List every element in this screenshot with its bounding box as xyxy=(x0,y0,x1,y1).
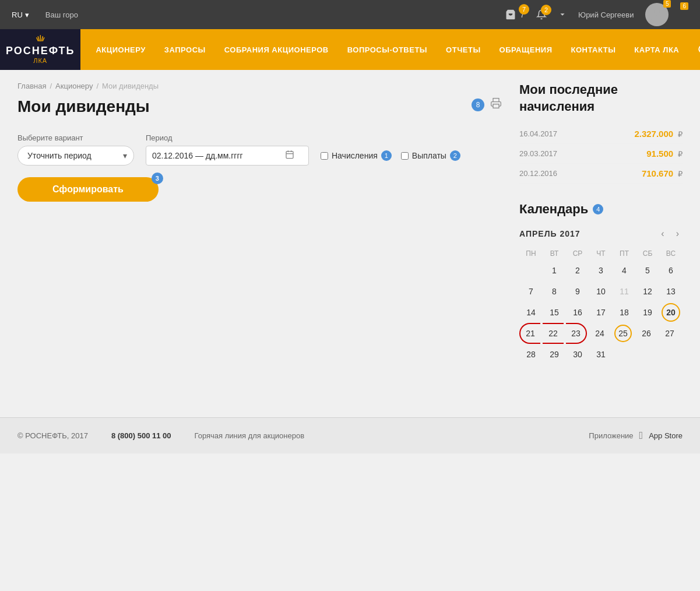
breadcrumb-parent[interactable]: Акционеру xyxy=(55,82,93,90)
variant-select[interactable]: Уточнить период xyxy=(17,146,134,166)
top-bar-right: 7 7 2 Юрий Сергееви 5 6 xyxy=(505,3,688,26)
calendar-day-cell[interactable]: 27 xyxy=(659,323,680,344)
recent-currency: ₽ xyxy=(678,130,683,139)
calendar-day-cell[interactable]: 14 xyxy=(522,303,540,322)
recent-item: 29.03.2017 91.500 ₽ xyxy=(519,144,683,164)
payments-badge: 2 xyxy=(450,150,460,161)
accruals-checkbox[interactable] xyxy=(321,152,328,160)
print-button[interactable] xyxy=(490,97,502,112)
accruals-label: Начисления xyxy=(332,151,378,160)
calendar-day-header: СР xyxy=(566,247,589,260)
nav-item-shareholders[interactable]: АКЦИОНЕРУ xyxy=(86,29,154,70)
bell-button[interactable]: 2 xyxy=(536,9,547,20)
payments-checkbox[interactable] xyxy=(401,152,409,160)
calendar-day-cell[interactable]: 7 xyxy=(522,282,540,301)
calendar-day-cell[interactable]: 8 xyxy=(545,282,564,301)
nav-item-requests[interactable]: ЗАПРОСЫ xyxy=(155,29,215,70)
search-button[interactable] xyxy=(688,29,700,70)
calendar-day-cell[interactable]: 24 xyxy=(589,323,610,344)
calendar-day-cell[interactable]: 13 xyxy=(662,282,680,301)
footer: © РОСНЕФТЬ, 2017 8 (800) 500 11 00 Горяч… xyxy=(0,417,700,453)
calendar-day-cell[interactable]: 11 xyxy=(615,282,634,301)
payments-label: Выплаты xyxy=(412,151,446,160)
calendar-day-cell[interactable]: 19 xyxy=(638,303,657,322)
cart-button[interactable]: 7 7 xyxy=(505,9,525,20)
calendar-day-cell[interactable]: 25 xyxy=(613,323,634,344)
sidebar-area: Мои последние начисления 16.04.2017 2.32… xyxy=(519,82,683,382)
calendar-day-cell[interactable]: 3 xyxy=(592,261,610,280)
page-actions: 8 xyxy=(472,97,502,112)
svg-rect-1 xyxy=(40,35,40,41)
nav-item-map[interactable]: КАРТА ЛКА xyxy=(625,29,688,70)
calendar-day-cell[interactable]: 12 xyxy=(638,282,657,301)
calendar-day-cell[interactable]: 21 xyxy=(519,323,540,344)
calendar-icon[interactable] xyxy=(285,150,294,161)
footer-app-label: Приложение xyxy=(589,431,633,440)
calendar-prev-button[interactable]: ‹ xyxy=(657,227,667,240)
nav-item-qa[interactable]: ВОПРОСЫ-ОТВЕТЫ xyxy=(338,29,437,70)
calendar-day-cell[interactable]: 9 xyxy=(568,282,587,301)
calendar-day-cell[interactable]: 20 xyxy=(662,303,680,322)
submit-label: Сформировать xyxy=(52,184,124,194)
submit-button[interactable]: Сформировать 3 xyxy=(17,177,159,202)
breadcrumb-current: Мои дивиденды xyxy=(102,82,159,90)
footer-app-store[interactable]: App Store xyxy=(649,431,683,440)
calendar-day-cell[interactable]: 31 xyxy=(592,345,610,364)
city-label: Ваш горо xyxy=(45,10,78,19)
apple-icon:  xyxy=(639,430,643,442)
calendar-day-cell[interactable]: 17 xyxy=(592,303,610,322)
calendar-day-cell[interactable]: 26 xyxy=(636,323,657,344)
breadcrumb: Главная / Акционеру / Мои дивиденды xyxy=(17,82,502,90)
recent-items-list: 16.04.2017 2.327.000 ₽ 29.03.2017 91.500… xyxy=(519,124,683,184)
svg-rect-7 xyxy=(493,104,499,108)
avatar-badge-top: 5 xyxy=(663,0,671,8)
payments-checkbox-label[interactable]: Выплаты 2 xyxy=(401,150,460,161)
calendar-day-cell[interactable]: 18 xyxy=(615,303,634,322)
accruals-checkbox-label[interactable]: Начисления 1 xyxy=(321,150,392,161)
calendar-day-cell[interactable]: 23 xyxy=(566,323,587,344)
breadcrumb-home[interactable]: Главная xyxy=(17,82,46,90)
nav-item-reports[interactable]: ОТЧЕТЫ xyxy=(437,29,490,70)
recent-amount-group: 710.670 ₽ xyxy=(642,168,683,178)
calendar-day-cell[interactable]: 1 xyxy=(545,261,564,280)
nav-item-meetings[interactable]: СОБРАНИЯ АКЦИОНЕРОВ xyxy=(215,29,338,70)
logo-area: РОСНЕФТЬ ЛКА xyxy=(0,29,80,70)
nav-item-contacts[interactable]: КОНТАКТЫ xyxy=(561,29,625,70)
accruals-badge: 1 xyxy=(381,150,392,161)
calendar-day-cell[interactable]: 29 xyxy=(545,345,564,364)
calendar-day-header: ВС xyxy=(659,247,683,260)
variant-label: Выберите вариант xyxy=(17,133,134,142)
dropdown-button[interactable] xyxy=(558,10,567,19)
top-bar: RU ▾ Ваш горо 7 7 2 Юрий Сергееви 5 6 xyxy=(0,0,700,29)
calendar-next-button[interactable]: › xyxy=(673,227,683,240)
calendar-title: Календарь xyxy=(519,201,588,218)
period-input[interactable] xyxy=(152,151,280,160)
page-badge: 8 xyxy=(472,98,484,111)
calendar-day-cell[interactable]: 2 xyxy=(568,261,587,280)
lang-selector[interactable]: RU ▾ xyxy=(12,10,29,19)
calendar-day-cell[interactable]: 6 xyxy=(662,261,680,280)
calendar-day-cell[interactable]: 16 xyxy=(568,303,587,322)
checkboxes-group: Начисления 1 Выплаты 2 xyxy=(321,150,460,166)
calendar-day-cell xyxy=(638,345,657,364)
recent-date: 16.04.2017 xyxy=(519,129,557,138)
calendar-day-cell[interactable]: 4 xyxy=(615,261,634,280)
calendar-day-cell[interactable]: 30 xyxy=(568,345,587,364)
breadcrumb-sep-2: / xyxy=(96,82,99,90)
calendar-day-cell[interactable]: 15 xyxy=(545,303,564,322)
calendar-day-cell[interactable]: 22 xyxy=(543,323,564,344)
recent-item: 20.12.2016 710.670 ₽ xyxy=(519,164,683,184)
recent-amount: 710.670 xyxy=(642,168,673,178)
svg-point-0 xyxy=(654,9,660,15)
rosneft-logo-icon xyxy=(27,35,54,43)
calendar-day-cell[interactable]: 5 xyxy=(638,261,657,280)
nav-item-appeals[interactable]: ОБРАЩЕНИЯ xyxy=(490,29,562,70)
calendar-day-cell[interactable]: 28 xyxy=(522,345,540,364)
city-selector[interactable]: Ваш горо xyxy=(45,10,78,19)
calendar-day-header: ЧТ xyxy=(589,247,613,260)
bell-badge: 2 xyxy=(541,5,551,15)
calendar-day-cell[interactable]: 10 xyxy=(592,282,610,301)
footer-hotline: Горячая линия для акционеров xyxy=(195,431,305,440)
content-area: Главная / Акционеру / Мои дивиденды Мои … xyxy=(17,82,502,382)
recent-section: Мои последние начисления 16.04.2017 2.32… xyxy=(519,82,683,184)
